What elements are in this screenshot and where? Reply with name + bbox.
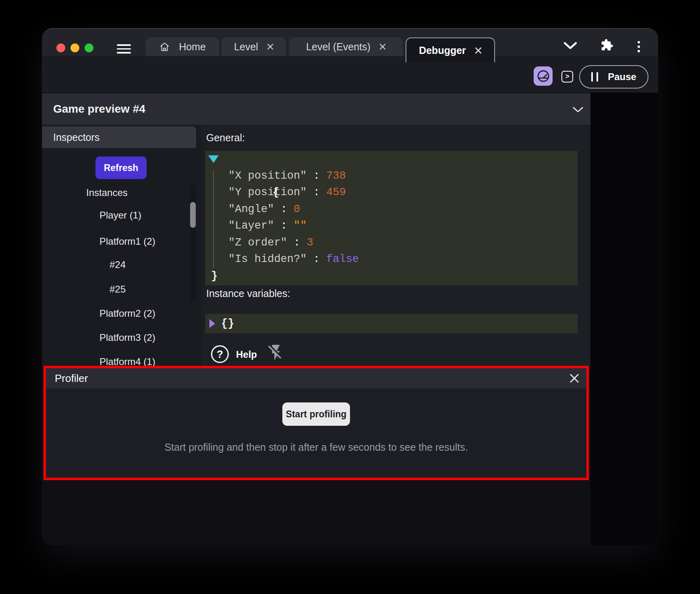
inspectors-header: Inspectors [42,126,196,148]
close-tab-icon[interactable] [475,47,482,54]
empty-right-area [590,93,658,545]
flash-off-icon[interactable] [267,343,285,363]
sidebar-item-player[interactable]: Player (1) [99,209,141,221]
help-link[interactable]: Help [236,349,257,360]
general-json-view: { "X position" : 738 "Y position" : 459 … [205,151,578,285]
refresh-button[interactable]: Refresh [95,157,147,179]
zoom-window-button[interactable] [85,43,93,52]
profiler-title: Profiler [55,372,88,385]
close-tab-icon[interactable] [267,43,273,50]
tab-debugger[interactable]: Debugger [406,37,495,62]
extensions-puzzle-icon[interactable] [601,39,613,53]
app-window: Home Level Level (Events) Debugger [42,28,658,545]
json-value[interactable]: 0 [294,203,300,215]
json-close-row: } [205,268,578,285]
overflow-menu-icon[interactable] [638,41,640,52]
profiler-toggle-button[interactable] [534,66,553,86]
sidebar-item-instance-25[interactable]: #25 [110,283,126,295]
tab-bar: Home Level Level (Events) Debugger [42,29,658,56]
profiler-panel: Profiler Start profiling Start profiling… [43,366,589,480]
json-value[interactable]: 459 [326,186,346,198]
general-section-label: General: [206,132,245,144]
close-window-button[interactable] [56,43,65,52]
close-tab-icon[interactable] [379,43,386,50]
tab-home[interactable]: Home [146,37,219,56]
profiler-description: Start profiling and then stop it after a… [46,441,586,453]
json-value[interactable]: 3 [307,237,313,249]
help-question-icon[interactable]: ? [211,345,229,363]
tab-label: Level [234,41,258,53]
expand-expander-icon[interactable] [209,319,215,328]
tree-guide-line [213,170,214,268]
collapse-expander-icon[interactable] [208,155,219,163]
sidebar-item-platform1[interactable]: Platform1 (2) [99,235,155,248]
open-brace: { [273,186,279,198]
json-root-row: { [205,151,578,168]
sidebar-item-platform3[interactable]: Platform3 (2) [99,332,155,344]
pause-button[interactable]: Pause [579,65,648,89]
console-prompt-icon: > [565,73,569,80]
minimize-window-button[interactable] [70,43,79,52]
game-preview-header[interactable]: Game preview #4 [42,93,590,125]
tab-label: Home [179,41,206,53]
sidebar-scrollbar-thumb[interactable] [190,202,196,228]
game-preview-title: Game preview #4 [53,103,145,116]
pause-icon [591,72,598,82]
tab-level[interactable]: Level [222,37,286,56]
json-value[interactable]: false [326,253,359,265]
main-menu-icon[interactable] [117,44,131,54]
instance-variables-value[interactable]: {} [221,318,234,330]
gauge-icon [536,69,550,83]
close-profiler-icon[interactable] [570,373,579,386]
home-icon [159,41,170,52]
screenshot-stage: Home Level Level (Events) Debugger [0,0,700,594]
inspectors-header-label: Inspectors [53,132,99,143]
console-toggle-button[interactable]: > [561,71,573,82]
tab-label: Debugger [419,45,466,56]
chevron-down-icon[interactable] [563,41,578,52]
sidebar-item-instance-24[interactable]: #24 [110,259,126,271]
json-row-angle: "Angle" : 0 [205,201,578,218]
start-profiling-button[interactable]: Start profiling [282,402,350,426]
profiler-header: Profiler [46,368,586,388]
json-row-z-order: "Z order" : 3 [205,235,578,252]
sidebar-item-platform2[interactable]: Platform2 (2) [99,307,155,320]
sidebar-item-instances[interactable]: Instances [86,187,128,199]
tab-label: Level (Events) [306,41,371,53]
collapse-chevron-icon[interactable] [572,106,584,115]
json-row-is-hidden: "Is hidden?" : false [205,251,578,268]
window-footer-area [42,480,590,545]
json-value[interactable]: 738 [326,170,346,182]
json-row-layer: "Layer" : "" [205,218,578,235]
tab-level-events[interactable]: Level (Events) [289,37,403,56]
window-traffic-lights [56,43,93,52]
close-brace: } [211,270,217,282]
instance-variables-label: Instance variables: [206,288,290,299]
instance-variables-json-view: {} [205,314,578,333]
pause-button-label: Pause [608,71,636,82]
json-value[interactable]: "" [294,220,307,232]
